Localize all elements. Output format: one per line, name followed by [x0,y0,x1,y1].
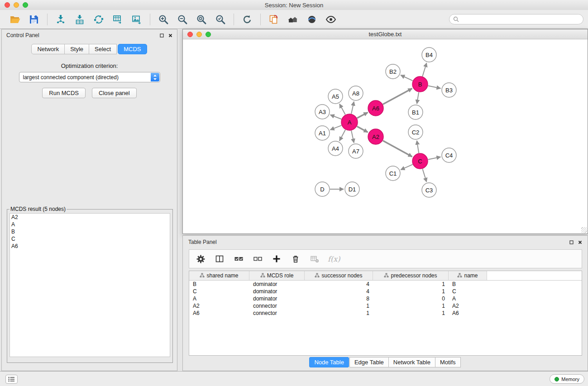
column-header-predecessor-nodes[interactable]: predecessor nodes [373,271,449,281]
float-panel-button[interactable] [160,33,164,38]
graph-edge-B-B4[interactable] [422,63,426,76]
minimize-window-button[interactable] [14,2,19,8]
close-mcds-panel-button[interactable]: Close panel [92,88,137,98]
cell-predecessor-nodes[interactable]: 1 [373,302,449,310]
graph-edge-A-A4[interactable] [339,130,345,141]
import-network-button[interactable] [51,11,70,28]
tab-network-table[interactable]: Network Table [388,357,435,367]
graph-edge-A-A6[interactable] [357,112,368,118]
cell-successor-nodes[interactable]: 1 [305,310,373,317]
apply-style-button[interactable] [302,11,321,28]
refresh-view-button[interactable] [238,11,257,28]
cell-shared-name[interactable]: B [189,281,249,288]
cell-shared-name[interactable]: C [189,288,249,295]
search-field[interactable] [449,14,583,24]
cell-mcds-role[interactable]: connector [249,302,305,310]
run-mcds-button[interactable]: Run MCDS [42,88,86,98]
optimization-criterion-dropdown[interactable]: largest connected component (directed) [19,72,160,82]
column-header-shared-name[interactable]: shared name [189,271,249,281]
cell-name[interactable]: A [449,295,487,302]
zoom-network-window-button[interactable] [206,32,211,37]
select-all-rows-button[interactable] [233,253,244,265]
graph-edge-A-A2[interactable] [357,126,368,132]
column-header-mcds-role[interactable]: MCDS role [249,271,305,281]
graph-edge-A-A5[interactable] [339,104,345,115]
close-table-panel-button[interactable] [578,239,582,246]
cell-predecessor-nodes[interactable]: 1 [373,310,449,317]
search-input[interactable] [461,14,583,24]
zoom-in-button[interactable] [154,11,173,28]
tab-style[interactable]: Style [64,44,89,54]
delete-column-button[interactable] [290,253,301,265]
cell-predecessor-nodes[interactable]: 0 [373,295,449,302]
table-settings-button[interactable] [195,253,206,265]
mcds-result-list[interactable]: A2ABCA6 [10,213,170,357]
copy-view-button[interactable] [264,11,283,28]
deselect-all-rows-button[interactable] [252,253,263,265]
table-row[interactable]: A6connector11A6 [189,310,582,317]
task-history-button[interactable] [5,375,18,384]
cell-name[interactable]: C [449,288,487,295]
tab-node-table[interactable]: Node Table [309,357,349,367]
table-row[interactable]: Bdominator41B [189,281,582,288]
cell-mcds-role[interactable]: connector [249,310,305,317]
float-table-panel-button[interactable] [569,239,574,246]
cell-successor-nodes[interactable]: 4 [305,281,373,288]
tab-select[interactable]: Select [89,44,117,54]
cell-name[interactable]: A2 [449,302,487,310]
cell-shared-name[interactable]: A2 [189,302,249,310]
cell-successor-nodes[interactable]: 4 [305,288,373,295]
tab-mcds[interactable]: MCDS [118,44,147,54]
close-network-window-button[interactable] [187,32,193,37]
graph-edge-A2-C[interactable] [383,141,412,157]
cell-successor-nodes[interactable]: 1 [305,302,373,310]
zoom-fit-button[interactable] [192,11,211,28]
first-neighbors-button[interactable] [283,11,302,28]
graph-edge-C-C2[interactable] [417,141,419,153]
tab-edge-table[interactable]: Edge Table [349,357,389,367]
table-row[interactable]: A2connector11A2 [189,302,582,310]
zoom-window-button[interactable] [23,2,28,8]
save-session-button[interactable] [24,11,43,28]
graph-edge-C-C3[interactable] [422,169,426,182]
table-row[interactable]: Cdominator41C [189,288,582,295]
network-canvas[interactable]: B4B2BB3A5A8A6B1A3AC2A1A2A4A7C4CC1C3DD1 [183,39,588,234]
graph-edge-A-A7[interactable] [351,131,354,143]
cell-name[interactable]: B [449,281,487,288]
mcds-result-item[interactable]: B [10,228,170,235]
import-table-button[interactable] [70,11,89,28]
close-window-button[interactable] [5,2,10,8]
new-network-button[interactable] [89,11,108,28]
open-session-button[interactable] [5,11,24,28]
window-resize-grip[interactable] [581,227,587,233]
tab-motifs[interactable]: Motifs [435,357,461,367]
mcds-result-item[interactable]: A6 [10,243,170,250]
show-hide-graphics-button[interactable] [321,11,340,28]
cell-mcds-role[interactable]: dominator [249,295,305,302]
graph-edge-B-B2[interactable] [401,75,413,81]
cell-mcds-role[interactable]: dominator [249,281,305,288]
mcds-result-item[interactable]: C [10,235,170,243]
export-image-button[interactable] [127,11,146,28]
graph-edge-A-A8[interactable] [351,102,354,114]
zoom-selected-button[interactable] [211,11,230,28]
tab-network[interactable]: Network [31,44,65,54]
cell-name[interactable]: A6 [449,310,487,317]
table-row[interactable]: Adominator80A [189,295,582,302]
add-column-button[interactable] [271,253,282,265]
graph-edge-A6-B[interactable] [383,89,412,105]
zoom-out-button[interactable] [173,11,192,28]
show-columns-button[interactable] [214,253,225,265]
graph-edge-A-A3[interactable] [330,115,342,119]
graph-edge-B-B1[interactable] [417,92,419,104]
column-header-successor-nodes[interactable]: successor nodes [305,271,373,281]
column-header-name[interactable]: name [449,271,487,281]
cell-mcds-role[interactable]: dominator [249,288,305,295]
close-panel-button[interactable] [168,33,172,38]
cell-predecessor-nodes[interactable]: 1 [373,281,449,288]
cell-shared-name[interactable]: A [189,295,249,302]
graph-edge-C-C1[interactable] [401,164,412,170]
minimize-network-window-button[interactable] [196,32,202,37]
mcds-result-item[interactable]: A2 [10,214,170,221]
graph-edge-A-A1[interactable] [330,125,342,130]
